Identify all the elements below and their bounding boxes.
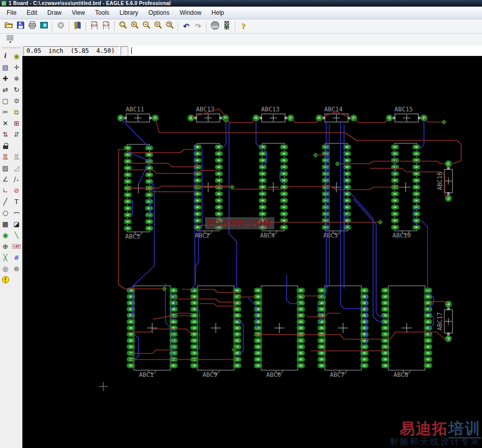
- stop-button[interactable]: STOP: [209, 21, 220, 32]
- undo-button[interactable]: ↶: [181, 21, 192, 32]
- trace-top-layer[interactable]: [182, 289, 237, 292]
- trace-bottom-layer[interactable]: [229, 122, 237, 289]
- component-ABC6[interactable]: ABC6: [254, 286, 305, 378]
- run-ulp-button[interactable]: ULP: [100, 21, 111, 32]
- trace-bottom-layer[interactable]: [135, 335, 138, 360]
- zoom-select-button[interactable]: [117, 21, 128, 32]
- tool-rotate[interactable]: ↻: [12, 84, 21, 95]
- tool-errors[interactable]: ⊜: [12, 263, 21, 274]
- tool-smash[interactable]: ▨: [1, 163, 10, 173]
- tool-pinswap[interactable]: ⇅: [1, 129, 10, 139]
- run-script-button[interactable]: SCR: [89, 21, 100, 32]
- tool-text[interactable]: T: [12, 196, 21, 206]
- menu-options[interactable]: Options: [144, 7, 175, 19]
- trace-top-layer[interactable]: [225, 118, 256, 123]
- tool-route[interactable]: ∟: [1, 185, 10, 195]
- tool-mirror[interactable]: ⇄: [1, 84, 10, 95]
- tool-arc[interactable]: (: [12, 207, 21, 218]
- trace-top-layer[interactable]: [255, 332, 448, 339]
- trace-top-layer[interactable]: [128, 163, 199, 167]
- tool-attribute[interactable]: >AT: [12, 241, 21, 251]
- tool-optimize[interactable]: ∕₊: [12, 174, 21, 184]
- palette-grip[interactable]: [3, 47, 20, 49]
- trace-bottom-layer[interactable]: [256, 122, 262, 148]
- command-line-input[interactable]: [128, 46, 482, 56]
- menu-view[interactable]: View: [67, 7, 90, 19]
- zoom-in-button[interactable]: [129, 21, 140, 32]
- component-ABC12[interactable]: ABC12: [188, 106, 229, 122]
- save-button[interactable]: [15, 21, 26, 32]
- via[interactable]: [313, 153, 318, 158]
- via[interactable]: [335, 161, 340, 166]
- trace-bottom-layer[interactable]: [121, 118, 150, 148]
- tool-move[interactable]: ✚: [1, 73, 10, 83]
- trace-top-layer[interactable]: [155, 118, 461, 164]
- tool-group[interactable]: ▢: [1, 96, 10, 106]
- component-ABC11[interactable]: ABC11: [118, 106, 159, 122]
- zoom-redraw-button[interactable]: [164, 21, 175, 32]
- tool-rect[interactable]: ▩: [1, 219, 10, 229]
- trace-top-layer[interactable]: [200, 304, 237, 306]
- via[interactable]: [378, 220, 383, 225]
- menu-window[interactable]: Window: [175, 7, 207, 19]
- component-ABC13[interactable]: ABC13: [253, 106, 294, 122]
- tool-value[interactable]: R210k: [12, 152, 21, 162]
- tool-ratsnest[interactable]: ╳: [1, 252, 10, 262]
- trace-top-layer[interactable]: [128, 170, 218, 173]
- tool-add[interactable]: ⊞: [12, 118, 21, 128]
- zoom-fit-button[interactable]: [152, 21, 163, 32]
- trace-bottom-layer[interactable]: [237, 320, 243, 355]
- tool-cut[interactable]: ✂: [1, 107, 10, 117]
- via[interactable]: [162, 286, 167, 291]
- trace-bottom-layer[interactable]: [353, 199, 384, 316]
- board-canvas[interactable]: ABC3ABC2ABC4ABC5ABC10ABC1ABC9ABC6ABC7ABC…: [22, 56, 482, 448]
- via[interactable]: [441, 120, 446, 125]
- library-button[interactable]: [72, 21, 83, 32]
- component-ABC9[interactable]: ABC9: [190, 286, 241, 378]
- tool-auto[interactable]: #: [12, 252, 21, 262]
- tool-mark[interactable]: ✛: [12, 62, 21, 72]
- trace-bottom-layer[interactable]: [219, 122, 226, 148]
- tool-delete[interactable]: ✕: [1, 118, 10, 128]
- component-ABC3[interactable]: ABC3: [124, 144, 153, 240]
- print-button[interactable]: [26, 21, 38, 32]
- tool-signal[interactable]: ╲: [12, 230, 21, 240]
- tool-circle[interactable]: ○: [1, 207, 10, 218]
- component-ABC17[interactable]: ABC17: [436, 301, 452, 342]
- component-ABC16[interactable]: ABC16: [436, 161, 452, 202]
- tool-polygon[interactable]: ◪: [12, 219, 21, 229]
- menu-library[interactable]: Library: [115, 7, 144, 19]
- board-schematic-button[interactable]: [55, 21, 66, 32]
- menu-tools[interactable]: Tools: [90, 7, 115, 19]
- component-ABC15[interactable]: ABC15: [386, 106, 428, 122]
- tool-drc[interactable]: ◎: [1, 263, 10, 274]
- menu-draw[interactable]: Draw: [42, 7, 67, 19]
- tool-lock[interactable]: [1, 140, 10, 151]
- tool-hole[interactable]: ⊕: [1, 241, 10, 251]
- tool-replace[interactable]: ⇵: [12, 129, 21, 139]
- tool-show[interactable]: ◉: [12, 51, 21, 61]
- zoom-out-button[interactable]: [140, 21, 152, 32]
- tool-split[interactable]: ∠: [1, 174, 10, 184]
- tool-ripup[interactable]: ⊘: [12, 185, 21, 195]
- help-button[interactable]: ?: [238, 21, 249, 32]
- trace-bottom-layer[interactable]: [421, 220, 428, 290]
- menu-edit[interactable]: Edit: [21, 7, 42, 19]
- open-button[interactable]: [3, 21, 14, 32]
- title-bar[interactable]: 1 Board - C:\.ezwave\sss\untitled.brd - …: [0, 0, 482, 7]
- trace-bottom-layer[interactable]: [263, 148, 267, 167]
- trace-top-layer[interactable]: [129, 329, 194, 332]
- tool-change[interactable]: ⚙: [12, 96, 21, 106]
- tool-copy[interactable]: ※: [12, 73, 21, 83]
- tool-paste[interactable]: ⧉: [12, 107, 21, 117]
- tool-info[interactable]: i: [1, 51, 10, 61]
- trace-top-layer[interactable]: [173, 299, 237, 302]
- menu-file[interactable]: File: [2, 7, 21, 19]
- tool-warning[interactable]: !: [1, 275, 10, 285]
- tool-wire[interactable]: ╱: [1, 196, 10, 206]
- redo-button[interactable]: ↷: [192, 21, 204, 32]
- pcb-drawing[interactable]: ABC3ABC2ABC4ABC5ABC10ABC1ABC9ABC6ABC7ABC…: [22, 56, 482, 448]
- tool-via[interactable]: ◉: [1, 230, 10, 240]
- tool-miter[interactable]: ◿: [12, 163, 21, 173]
- trace-top-layer[interactable]: [354, 118, 389, 123]
